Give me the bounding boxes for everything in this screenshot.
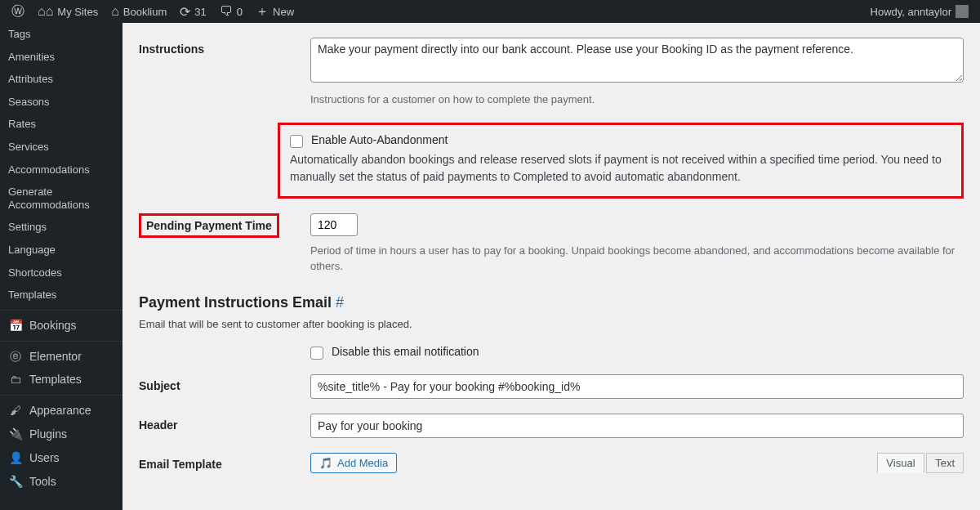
sidebar-item-appearance[interactable]: 🖌Appearance: [0, 395, 122, 423]
wp-logo[interactable]: ⓦ: [7, 3, 29, 20]
comments-link[interactable]: 🗨0: [215, 4, 247, 19]
auto-abandon-checkbox[interactable]: [290, 135, 303, 148]
disable-email-label: Disable this email notification: [332, 345, 479, 358]
sidebar-item-settings[interactable]: Settings: [0, 216, 122, 239]
auto-abandon-desc: Automatically abandon bookings and relea…: [290, 151, 951, 186]
instructions-help: Instructions for a customer on how to co…: [310, 92, 964, 108]
avatar: [956, 5, 969, 18]
sidebar-item-plugins[interactable]: 🔌Plugins: [0, 423, 122, 446]
pending-time-help: Period of time in hours a user has to pa…: [310, 243, 964, 275]
email-template-label: Email Template: [139, 453, 310, 471]
add-media-button[interactable]: 🎵 Add Media: [310, 453, 397, 473]
brush-icon: 🖌: [8, 404, 23, 418]
subject-label: Subject: [139, 374, 310, 392]
user-icon: 👤: [8, 451, 23, 465]
new-content-link[interactable]: ＋New: [251, 3, 299, 20]
site-name-link[interactable]: ⌂Booklium: [106, 4, 172, 19]
comment-icon: 🗨: [220, 4, 233, 19]
my-sites-link[interactable]: ⌂⌂My Sites: [33, 4, 103, 19]
email-section-heading: Payment Instructions Email #: [139, 294, 964, 311]
wrench-icon: 🔧: [8, 475, 23, 489]
auto-abandon-highlight: Enable Auto-Abandonment Automatically ab…: [278, 123, 964, 199]
sidebar-item-seasons[interactable]: Seasons: [0, 91, 122, 114]
updates-count: 31: [194, 6, 206, 18]
sidebar-item-accommodations[interactable]: Accommodations: [0, 159, 122, 181]
text-tab[interactable]: Text: [926, 453, 964, 473]
sidebar-item-templates[interactable]: Templates: [0, 284, 122, 306]
sidebar-item-shortcodes[interactable]: Shortcodes: [0, 262, 122, 284]
plus-icon: ＋: [256, 3, 269, 20]
update-icon: ⟳: [180, 4, 190, 20]
site-name-label: Booklium: [123, 6, 167, 18]
anchor-hash[interactable]: #: [336, 294, 344, 311]
content-area: Instructions Instructions for a customer…: [122, 23, 980, 510]
pending-time-label: Pending Payment Time: [146, 214, 272, 232]
add-media-label: Add Media: [337, 457, 388, 469]
sidebar-item-amenities[interactable]: Amenities: [0, 46, 122, 69]
new-label: New: [273, 6, 294, 18]
sidebar-item-users[interactable]: 👤Users: [0, 446, 122, 470]
disable-email-checkbox[interactable]: [310, 347, 323, 360]
admin-sidebar: Tags Amenities Attributes Seasons Rates …: [0, 23, 122, 510]
pending-time-input[interactable]: [310, 213, 358, 236]
instructions-textarea[interactable]: [310, 38, 964, 83]
sidebar-item-generate[interactable]: Generate Accommodations: [0, 181, 122, 216]
auto-abandon-label: Enable Auto-Abandonment: [311, 133, 448, 146]
email-section-sub: Email that will be sent to customer afte…: [139, 318, 964, 330]
sidebar-item-rates[interactable]: Rates: [0, 113, 122, 136]
sidebar-item-attributes[interactable]: Attributes: [0, 68, 122, 91]
sidebar-item-tools[interactable]: 🔧Tools: [0, 470, 122, 494]
admin-bar: ⓦ ⌂⌂My Sites ⌂Booklium ⟳31 🗨0 ＋New Howdy…: [0, 0, 980, 23]
plug-icon: 🔌: [8, 427, 23, 441]
header-input[interactable]: [310, 414, 964, 438]
my-sites-label: My Sites: [57, 6, 98, 18]
elementor-icon: ⓔ: [8, 350, 23, 364]
comments-count: 0: [237, 6, 243, 18]
sidebar-item-services[interactable]: Services: [0, 136, 122, 159]
subject-input[interactable]: [310, 374, 964, 399]
visual-tab[interactable]: Visual: [877, 453, 924, 473]
header-label: Header: [139, 414, 310, 432]
wordpress-icon: ⓦ: [11, 3, 24, 20]
sidebar-item-tags[interactable]: Tags: [0, 23, 122, 46]
home-icon: ⌂: [111, 4, 119, 19]
media-icon: 🎵: [319, 457, 332, 469]
howdy-link[interactable]: Howdy, anntaylor: [866, 5, 973, 18]
sidebar-item-language[interactable]: Language: [0, 239, 122, 262]
howdy-text: Howdy, anntaylor: [871, 6, 951, 18]
instructions-label: Instructions: [139, 38, 310, 56]
sidebar-item-etemplates[interactable]: 🗀Templates: [0, 368, 122, 391]
updates-link[interactable]: ⟳31: [175, 4, 211, 20]
pending-time-highlight: Pending Payment Time: [139, 213, 279, 238]
sidebar-item-bookings[interactable]: 📅Bookings: [0, 310, 122, 338]
sidebar-item-elementor[interactable]: ⓔElementor: [0, 341, 122, 369]
folder-icon: 🗀: [8, 373, 23, 387]
multisite-icon: ⌂⌂: [38, 4, 53, 19]
calendar-icon: 📅: [8, 319, 23, 333]
